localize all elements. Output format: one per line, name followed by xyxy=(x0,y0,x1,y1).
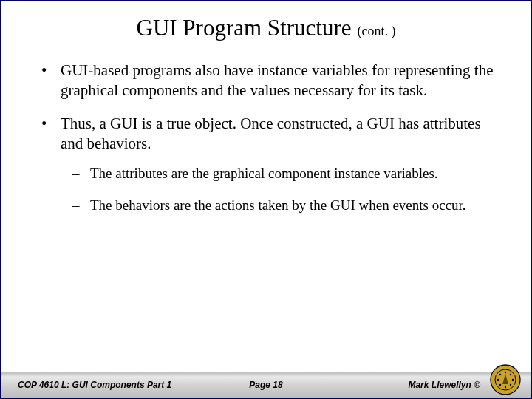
bullet-item: GUI-based programs also have instance va… xyxy=(31,61,501,100)
title-block: GUI Program Structure (cont. ) xyxy=(1,1,531,46)
footer-bar: COP 4610 L: GUI Components Part 1 Page 1… xyxy=(1,372,531,398)
footer-author: Mark Llewellyn © xyxy=(408,380,480,390)
svg-point-3 xyxy=(512,379,514,381)
svg-point-4 xyxy=(505,386,506,388)
svg-point-9 xyxy=(499,374,501,375)
sub-bullet-item: The behaviors are the actions taken by t… xyxy=(61,196,501,215)
footer-course: COP 4610 L: GUI Components Part 1 xyxy=(18,380,171,390)
svg-point-6 xyxy=(510,374,511,375)
svg-point-7 xyxy=(510,384,511,386)
sub-bullet-list: The attributes are the graphical compone… xyxy=(61,164,501,215)
bullet-text: Thus, a GUI is a true object. Once const… xyxy=(61,115,481,152)
slide-title-suffix: (cont. ) xyxy=(358,24,396,38)
slide-title: GUI Program Structure xyxy=(137,15,352,41)
sub-bullet-item: The attributes are the graphical compone… xyxy=(61,164,501,183)
svg-point-5 xyxy=(497,379,499,381)
slide: GUI Program Structure (cont. ) GUI-based… xyxy=(0,0,532,399)
svg-point-8 xyxy=(499,384,501,386)
bullet-item: Thus, a GUI is a true object. Once const… xyxy=(31,114,501,215)
svg-point-2 xyxy=(505,372,506,373)
ucf-seal-icon xyxy=(489,364,522,396)
slide-body: GUI-based programs also have instance va… xyxy=(1,46,531,372)
bullet-list: GUI-based programs also have instance va… xyxy=(31,61,501,215)
